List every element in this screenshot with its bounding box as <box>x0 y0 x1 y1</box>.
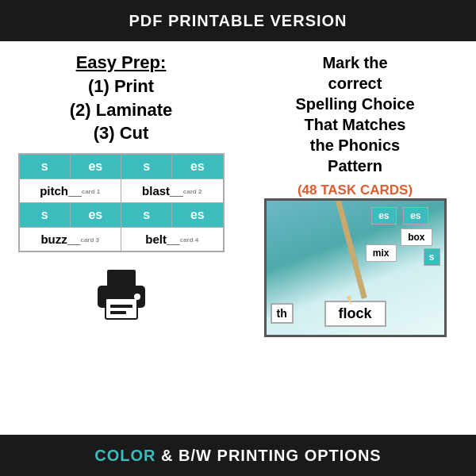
photo-es-card-2: es <box>371 207 396 225</box>
printer-icon <box>90 263 153 326</box>
word-row-2: buzz__ card 3 belt__ card 4 <box>20 228 223 251</box>
photo-frame: flock es es box s mix th <box>264 198 447 337</box>
color-label: COLOR <box>94 447 155 464</box>
option-es-3: es <box>71 203 121 227</box>
options-row-1: s es s es <box>20 155 223 179</box>
photo-flock-card: flock <box>324 301 386 327</box>
right-panel: Mark thecorrectSpelling ChoiceThat Match… <box>242 52 468 427</box>
bottom-bar-rest: & B/W PRINTING OPTIONS <box>161 447 382 464</box>
photo-th-card: th <box>271 303 294 324</box>
options-row-2: s es s es <box>20 203 223 228</box>
photo-inner: flock es es box s mix th <box>267 201 444 335</box>
svg-rect-3 <box>110 305 132 308</box>
svg-rect-2 <box>106 298 137 319</box>
easy-prep-title: Easy Prep: <box>76 52 167 73</box>
task-card-grid: s es s es pitch__ card 1 blast__ card 2 … <box>18 153 225 252</box>
photo-box-card: box <box>401 228 432 246</box>
svg-rect-4 <box>110 311 126 314</box>
word-buzz: buzz__ card 3 <box>20 228 122 251</box>
photo-mix-card: mix <box>366 244 397 262</box>
svg-point-5 <box>134 294 140 300</box>
task-count-label: (48 TASK CARDS) <box>298 182 413 198</box>
option-s-1: s <box>20 155 71 178</box>
mark-heading: Mark thecorrectSpelling ChoiceThat Match… <box>295 52 414 176</box>
word-blast: blast__ card 2 <box>121 179 223 202</box>
option-s-4: s <box>121 203 172 227</box>
option-s-2: s <box>121 155 172 178</box>
top-bar-label: PDF PRINTABLE VERSION <box>129 12 347 30</box>
photo-s-card: s <box>424 248 440 266</box>
word-pitch: pitch__ card 1 <box>20 179 122 202</box>
bottom-bar-label: COLOR & B/W PRINTING OPTIONS <box>94 447 381 465</box>
word-belt: belt__ card 4 <box>121 228 223 251</box>
option-es-1: es <box>71 155 121 178</box>
easy-prep-steps: (1) Print(2) Laminate(3) Cut <box>70 75 173 145</box>
option-es-4: es <box>172 203 222 227</box>
photo-es-card-1: es <box>403 207 428 225</box>
top-bar: PDF PRINTABLE VERSION <box>0 0 476 41</box>
left-panel: Easy Prep: (1) Print(2) Laminate(3) Cut … <box>8 52 234 427</box>
option-es-2: es <box>172 155 222 178</box>
option-s-3: s <box>20 203 71 227</box>
word-row-1: pitch__ card 1 blast__ card 2 <box>20 179 223 203</box>
bottom-bar: COLOR & B/W PRINTING OPTIONS <box>0 435 476 476</box>
main-content: Easy Prep: (1) Print(2) Laminate(3) Cut … <box>0 41 476 435</box>
